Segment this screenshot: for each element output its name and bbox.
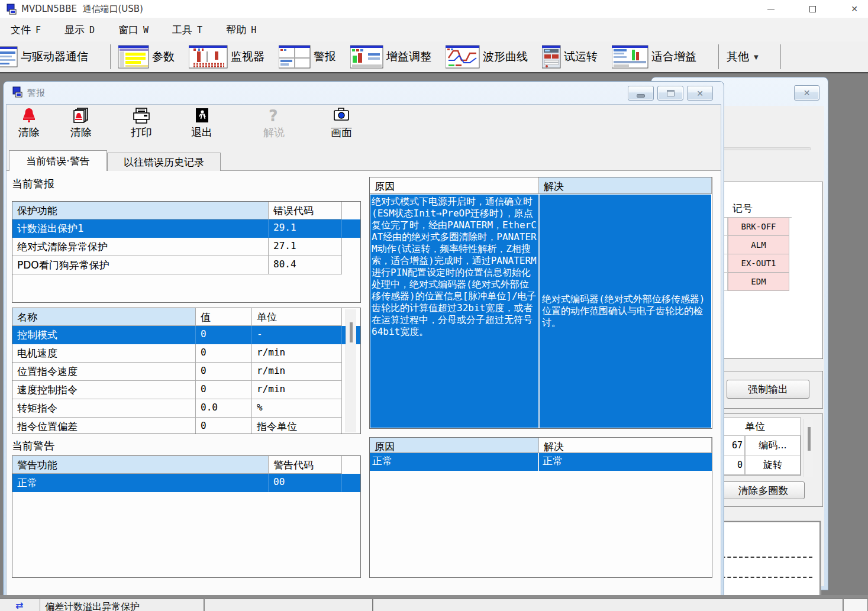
waveform-window-icon <box>446 45 480 69</box>
monitor-table-row[interactable]: 指令位置偏差 0 指令单位 <box>12 418 360 434</box>
monitor-table-row[interactable]: 控制模式 0 - <box>12 326 360 344</box>
main-maximize-button[interactable] <box>799 0 826 18</box>
signal-cell: ALM <box>728 236 789 254</box>
toolbar-separator <box>110 44 111 69</box>
screen-button[interactable]: 画面 <box>325 105 358 140</box>
menu-tools[interactable]: 工具T <box>172 23 202 37</box>
bottom-segment <box>373 599 843 611</box>
close-icon: ✕ <box>696 89 704 98</box>
monitor-table-row[interactable]: 位置指令速度 0 r/min <box>12 363 360 381</box>
bottom-segment <box>844 599 868 611</box>
unit-scrollbar-thumb[interactable] <box>808 427 811 451</box>
bgwin-close-button[interactable]: ✕ <box>794 85 819 101</box>
cause-solution-table: 原因 解决 绝对式模式下电源开启时，通信确立时(ESM状态Init→PreOP迁… <box>369 177 712 429</box>
monitor-scrollbar[interactable] <box>346 309 356 432</box>
toolbar-trial-run-button[interactable]: 试运转 <box>542 45 598 69</box>
alarm-window-icon <box>279 45 311 69</box>
maximize-icon <box>809 6 816 12</box>
alarm-table-row[interactable]: 计数溢出保护1 29.1 <box>12 219 360 238</box>
dropdown-arrow-icon: ▼ <box>754 54 759 60</box>
alarm-titlebar[interactable]: 警报 ✕ <box>4 82 724 104</box>
explain-button: ? 解说 <box>257 105 291 140</box>
unit-table-header: 单位 <box>745 418 765 435</box>
swap-arrows-icon: ⇄ <box>15 600 23 611</box>
toolbar-alarm-button[interactable]: 警报 <box>279 45 336 69</box>
unit-scrollbar[interactable] <box>804 419 813 477</box>
toolbar-separator <box>718 44 719 69</box>
bottom-alarm-row[interactable]: ⇄ 偏差计数溢出异常保护 <box>0 599 204 611</box>
alarm-table-row[interactable]: 绝对式清除异常保护 27.1 <box>12 238 360 256</box>
menu-file[interactable]: 文件F <box>11 23 41 37</box>
signal-row[interactable]: ALM <box>721 236 792 254</box>
monitor-table-row[interactable]: 转矩指令 0.0 % <box>12 399 360 418</box>
toolbar-other-button[interactable]: 其他 ▼ <box>727 49 759 64</box>
print-button[interactable]: 打印 <box>125 105 158 140</box>
signal-cell: BRK-OFF <box>728 218 789 236</box>
warning-cause-header: 原因 解决 <box>370 438 712 453</box>
alarm-window: 警报 ✕ 清除 <box>3 81 724 599</box>
main-titlebar[interactable]: MVDLN5BBE 通信端口(USB) ✕ <box>0 0 868 18</box>
tab-current-errors[interactable]: 当前错误·警告 <box>9 150 107 171</box>
signal-row[interactable]: EX-OUT1 <box>721 254 792 273</box>
minimize-icon <box>637 94 645 98</box>
warning-table: 警告功能 警告代码 正常 00 <box>12 455 361 578</box>
menu-help[interactable]: 帮助H <box>226 23 256 37</box>
monitor-table-row[interactable]: 速度控制指令 0 r/min <box>12 381 360 399</box>
menu-window[interactable]: 窗口W <box>118 23 149 37</box>
alarm-tab-content: 当前警报 保护功能 错误代码 计数溢出保护1 29.1 绝对式清除异常保护 27… <box>7 171 721 596</box>
alarm-minimize-button[interactable] <box>628 86 654 101</box>
alarm-restore-button[interactable] <box>657 86 683 101</box>
monitor-table-row[interactable]: 电机速度 0 r/min <box>12 344 360 363</box>
monitor-scrollbar-thumb[interactable] <box>350 322 353 342</box>
tab-error-history[interactable]: 以往错误历史记录 <box>107 153 221 171</box>
warning-table-row[interactable]: 正常 00 <box>12 474 360 492</box>
exit-button[interactable]: 退出 <box>185 105 218 140</box>
warning-table-header: 警告功能 警告代码 <box>12 456 360 474</box>
alarm-window-title: 警报 <box>27 88 45 99</box>
warning-cause-text: 正常 <box>370 453 539 471</box>
clear-multiturn-button[interactable]: 清除多圈数 <box>722 481 805 499</box>
signal-table-header: 记号 <box>721 200 792 218</box>
app-icon <box>6 4 18 15</box>
bottom-strip: ⇄ 偏差计数溢出异常保护 <box>0 595 868 611</box>
clear-current-button[interactable]: 清除 <box>12 105 46 140</box>
alarm-solution-text: 绝对式编码器(绝对式外部位移传感器)位置的动作范围确认与电子齿轮比的检讨。 <box>542 293 709 329</box>
toolbar-parameters-button[interactable]: 参数 <box>118 45 175 69</box>
clear-bell-icon <box>19 107 39 125</box>
toolbar-comm-button[interactable]: 与驱动器通信 <box>0 46 88 68</box>
warning-cause-row[interactable]: 正常 正常 <box>370 453 712 471</box>
trial-run-window-icon <box>542 45 561 69</box>
toolbar-gain-tuning-button[interactable]: 增益调整 <box>350 45 431 69</box>
menu-bar: 文件F 显示D 窗口W 工具T 帮助H <box>0 18 868 41</box>
toolbar-separator <box>780 44 781 69</box>
warning-cause-solution-table: 原因 解决 正常 正常 <box>369 437 712 578</box>
screen-capture-icon <box>331 107 352 125</box>
alarm-close-button[interactable]: ✕ <box>687 86 713 101</box>
main-close-button[interactable]: ✕ <box>841 0 868 18</box>
main-window-title: MVDLN5BBE 通信端口(USB) <box>21 4 143 15</box>
monitor-window-icon <box>189 45 228 69</box>
toolbar-fit-gain-button[interactable]: 适合增益 <box>612 45 696 69</box>
alarm-window-body: 清除 清除 打印 <box>6 104 721 596</box>
toolbar-waveform-button[interactable]: 波形曲线 <box>446 45 528 69</box>
force-output-button[interactable]: 强制输出 <box>727 380 809 399</box>
menu-display[interactable]: 显示D <box>64 23 95 37</box>
signal-cell: EDM <box>728 273 789 291</box>
clear-history-button[interactable]: 清除 <box>64 105 98 140</box>
help-icon: ? <box>265 107 283 125</box>
toolbar-monitor-button[interactable]: 监视器 <box>189 45 264 69</box>
signal-row[interactable]: EDM <box>721 273 792 291</box>
current-warning-label: 当前警告 <box>12 439 54 453</box>
unit-table: 单位 67 编码... 0 旋转 <box>718 418 801 476</box>
minimize-icon <box>767 9 775 9</box>
clear-history-icon <box>70 107 92 125</box>
app-icon <box>12 86 24 98</box>
signal-row[interactable]: BRK-OFF <box>721 218 792 236</box>
alarm-table-row[interactable]: PDO看门狗异常保护 80.4 <box>12 256 360 274</box>
unit-row[interactable]: 0 旋转 <box>719 455 801 475</box>
exit-icon <box>192 107 212 125</box>
alarm-tabbar: 当前错误·警告 以往错误历史记录 <box>7 148 721 171</box>
main-minimize-button[interactable] <box>757 0 785 18</box>
parameters-window-icon <box>118 45 149 69</box>
unit-row[interactable]: 67 编码... <box>719 436 801 455</box>
